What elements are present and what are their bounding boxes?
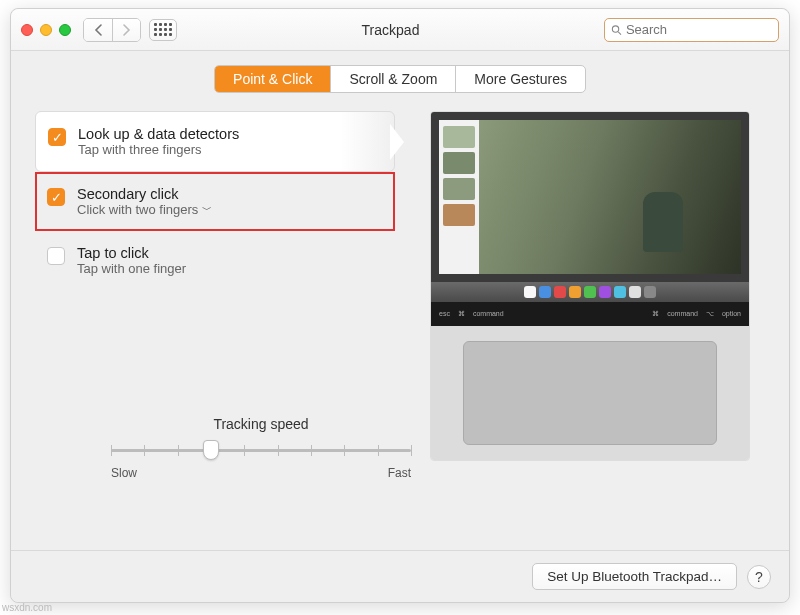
preview-trackpad [431,326,749,460]
dock-icon [599,286,611,298]
dock-icon [539,286,551,298]
dock-icon [629,286,641,298]
search-field[interactable] [604,18,779,42]
preview-touchbar: esc ⌘ command ⌘ command ⌥ option [431,302,749,326]
macbook-preview: esc ⌘ command ⌘ command ⌥ option [430,111,750,461]
dock-icon [584,286,596,298]
watermark: wsxdn.com [2,602,52,613]
content-area: ✓ Look up & data detectors Tap with thre… [11,101,789,550]
preview-screen [431,112,749,282]
dock-icon [569,286,581,298]
option-secondary-click[interactable]: ✓ Secondary click Click with two fingers… [35,172,395,231]
preview-app-window [439,120,741,274]
checkbox-secondary-click[interactable]: ✓ [47,188,65,206]
grid-icon [154,23,172,36]
search-icon [611,24,622,36]
tabs: Point & Click Scroll & Zoom More Gesture… [214,65,586,93]
preview-dock [431,282,749,302]
option-subtitle: Tap with one finger [77,261,186,276]
tab-more-gestures[interactable]: More Gestures [455,66,585,92]
preview-trackpad-surface [463,341,717,446]
checkbox-lookup[interactable]: ✓ [48,128,66,146]
option-labels: Secondary click Click with two fingers ﹀ [77,186,212,217]
touchbar-key: esc [439,310,450,318]
dock-icon [644,286,656,298]
dock-icon [614,286,626,298]
slider-tick [111,445,112,456]
tab-bar: Point & Click Scroll & Zoom More Gesture… [11,51,789,101]
tracking-speed-section: Tracking speed Slow Fast [111,416,411,480]
chevron-down-icon: ﹀ [202,203,212,217]
tab-scroll-zoom[interactable]: Scroll & Zoom [330,66,455,92]
back-button[interactable] [84,19,112,41]
slider-tick [278,445,279,456]
slider-tick [411,445,412,456]
option-subtitle: Tap with three fingers [78,142,239,157]
setup-bluetooth-button[interactable]: Set Up Bluetooth Trackpad… [532,563,737,590]
nav-buttons [83,18,141,42]
thumb [443,152,475,174]
touchbar-key: command [473,310,504,318]
touchbar-key: command [667,310,698,318]
slider-tick [311,445,312,456]
tab-point-click[interactable]: Point & Click [215,66,330,92]
forward-button[interactable] [112,19,140,41]
checkbox-tap-to-click[interactable] [47,247,65,265]
tracking-speed-slider[interactable] [111,438,411,462]
option-lookup[interactable]: ✓ Look up & data detectors Tap with thre… [35,111,395,172]
slider-min-label: Slow [111,466,137,480]
option-labels: Tap to click Tap with one finger [77,245,186,276]
option-title: Tap to click [77,245,186,261]
options-list: ✓ Look up & data detectors Tap with thre… [35,111,395,550]
zoom-window-button[interactable] [59,24,71,36]
option-tap-to-click[interactable]: Tap to click Tap with one finger [35,231,395,290]
dock-icon [554,286,566,298]
window-controls [21,24,71,36]
slider-tick [178,445,179,456]
thumb [443,126,475,148]
svg-line-1 [618,31,621,34]
option-title: Look up & data detectors [78,126,239,142]
slider-endpoints: Slow Fast [111,466,411,480]
slider-tick [378,445,379,456]
dock-icon [524,286,536,298]
close-window-button[interactable] [21,24,33,36]
option-title: Secondary click [77,186,212,202]
footer: Set Up Bluetooth Trackpad… ? [11,550,789,602]
thumb [443,178,475,200]
help-button[interactable]: ? [747,565,771,589]
slider-label: Tracking speed [111,416,411,432]
preview-person [643,192,683,252]
slider-tick [244,445,245,456]
slider-track-line [111,449,411,452]
search-input[interactable] [626,22,772,37]
slider-max-label: Fast [388,466,411,480]
thumb [443,204,475,226]
window-title: Trackpad [177,22,604,38]
touchbar-key: option [722,310,741,318]
option-labels: Look up & data detectors Tap with three … [78,126,239,157]
minimize-window-button[interactable] [40,24,52,36]
option-subtitle-dropdown[interactable]: Click with two fingers ﹀ [77,202,212,217]
preview-thumbnails [439,120,479,274]
slider-thumb[interactable] [203,440,219,460]
preferences-window: Trackpad Point & Click Scroll & Zoom Mor… [10,8,790,603]
preview-photo [479,120,741,274]
show-all-button[interactable] [149,19,177,41]
svg-point-0 [612,25,618,31]
titlebar: Trackpad [11,9,789,51]
preview-area: esc ⌘ command ⌘ command ⌥ option [415,111,765,550]
slider-tick [144,445,145,456]
slider-tick [344,445,345,456]
